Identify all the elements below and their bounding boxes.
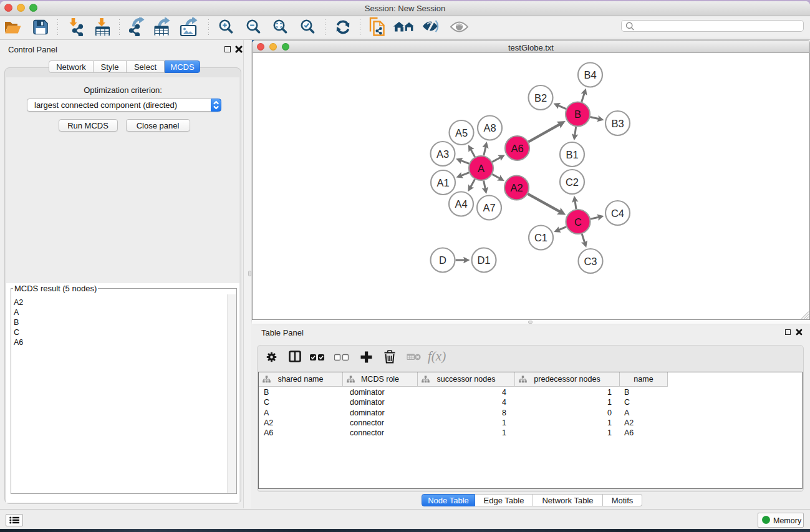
- svg-text:D: D: [439, 254, 446, 266]
- svg-text:C1: C1: [534, 232, 547, 243]
- svg-text:A4: A4: [455, 198, 467, 210]
- svg-text:A5: A5: [455, 127, 468, 138]
- svg-text:B4: B4: [584, 69, 596, 80]
- svg-text:D1: D1: [477, 254, 490, 266]
- svg-text:A1: A1: [436, 177, 449, 188]
- svg-text:C4: C4: [611, 208, 624, 219]
- svg-text:C3: C3: [584, 256, 597, 267]
- svg-text:C2: C2: [566, 177, 579, 188]
- svg-text:B2: B2: [534, 92, 547, 104]
- svg-text:A3: A3: [436, 148, 449, 160]
- svg-text:C: C: [574, 216, 582, 228]
- svg-text:A8: A8: [483, 122, 496, 133]
- svg-text:B: B: [574, 109, 581, 120]
- svg-text:A6: A6: [511, 143, 523, 154]
- svg-text:B3: B3: [611, 118, 624, 129]
- svg-text:B1: B1: [566, 149, 578, 160]
- svg-text:A7: A7: [483, 202, 495, 213]
- svg-text:A: A: [478, 163, 485, 174]
- svg-text:A2: A2: [510, 182, 523, 193]
